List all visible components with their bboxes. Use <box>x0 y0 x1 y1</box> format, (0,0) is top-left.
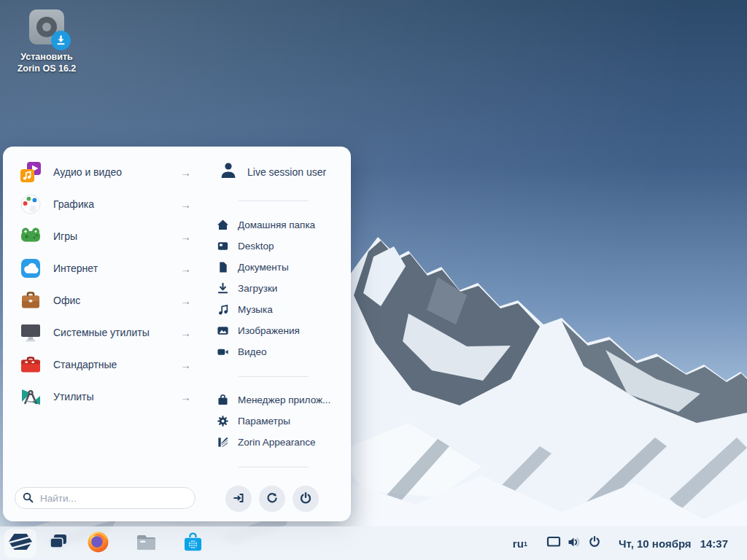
app-zorin-appearance[interactable]: Zorin Appearance <box>217 432 330 453</box>
settings-gear-icon <box>217 415 229 427</box>
software-store-icon <box>182 532 204 556</box>
place-music[interactable]: Музыка <box>217 299 315 320</box>
chevron-right-icon: → <box>180 327 191 339</box>
internet-icon <box>20 257 42 279</box>
place-downloads[interactable]: Загрузки <box>217 278 315 299</box>
chevron-right-icon: → <box>180 359 191 371</box>
chevron-right-icon: → <box>180 295 191 307</box>
category-label: Игры <box>53 230 77 242</box>
restart-button[interactable] <box>259 486 285 512</box>
install-zorin-launcher[interactable]: Установить Zorin OS 16.2 <box>10 7 83 74</box>
place-documents[interactable]: Документы <box>217 257 315 278</box>
place-label: Загрузки <box>238 283 277 294</box>
chevron-right-icon: → <box>180 230 191 243</box>
user-avatar-icon <box>219 161 238 183</box>
place-label: Документы <box>238 262 289 273</box>
search-input[interactable] <box>15 487 196 509</box>
files-icon <box>136 532 157 555</box>
restart-icon <box>266 491 279 507</box>
category-utilities[interactable]: Утилиты → <box>13 381 196 413</box>
app-label: Zorin Appearance <box>238 437 316 448</box>
window-switcher-button[interactable] <box>48 526 69 560</box>
clock-time: 14:37 <box>700 537 728 550</box>
place-label: Музыка <box>238 304 273 315</box>
apps-list: Менеджер прилож... <box>217 389 330 453</box>
power-status-button[interactable] <box>587 526 603 560</box>
category-label: Интернет <box>53 262 98 274</box>
place-label: Desktop <box>238 241 274 252</box>
category-label: Офис <box>53 295 80 306</box>
keyboard-layout-indicator[interactable]: ru1 <box>511 526 530 560</box>
divider <box>239 201 309 201</box>
music-icon <box>217 303 229 316</box>
place-desktop[interactable]: Desktop <box>217 236 315 257</box>
user-row[interactable]: Live session user <box>219 161 326 183</box>
documents-icon <box>217 261 229 273</box>
files-launcher[interactable] <box>135 526 157 560</box>
firefox-launcher[interactable] <box>86 526 109 560</box>
software-manager-icon <box>217 394 229 406</box>
graphics-icon <box>20 193 42 215</box>
window-switcher-icon <box>49 533 69 553</box>
divider <box>239 376 309 377</box>
keyboard-layout-code: ru <box>513 537 524 550</box>
category-label: Аудио и видео <box>53 166 122 178</box>
category-audio-video[interactable]: Аудио и видео → <box>13 156 196 188</box>
place-pictures[interactable]: Изображения <box>217 320 315 341</box>
category-system-utilities[interactable]: Системные утилиты → <box>13 316 196 349</box>
category-graphics[interactable]: Графика → <box>13 188 196 220</box>
utilities-icon <box>20 386 42 408</box>
category-label: Стандартные <box>53 359 117 370</box>
display-icon <box>546 535 561 552</box>
logout-button[interactable] <box>225 486 252 512</box>
firefox-icon <box>87 531 109 556</box>
places-list: Домашняя папка Desktop Документы <box>217 214 315 362</box>
software-store-launcher[interactable] <box>182 526 204 560</box>
office-icon <box>20 289 42 311</box>
chevron-right-icon: → <box>180 166 191 179</box>
place-label: Изображения <box>238 325 300 336</box>
zorin-appearance-icon <box>217 436 229 448</box>
install-launcher-label: Установить Zorin OS 16.2 <box>10 51 83 74</box>
taskbar: ru1 Чт, 10 ноября 14:37 <box>0 526 747 560</box>
volume-icon <box>567 535 581 552</box>
place-home[interactable]: Домашняя папка <box>217 214 315 236</box>
menu-right-column: Live session user Домашняя папка <box>213 147 348 521</box>
desktop-folder-icon <box>217 240 229 252</box>
app-settings[interactable]: Параметры <box>217 411 330 432</box>
category-games[interactable]: Игры → <box>13 220 196 252</box>
pictures-icon <box>217 324 229 337</box>
logout-icon <box>232 491 245 507</box>
audio-video-icon <box>20 161 42 183</box>
app-software-manager[interactable]: Менеджер прилож... <box>217 389 330 411</box>
app-label: Менеджер прилож... <box>238 394 330 405</box>
accessories-icon <box>20 354 42 376</box>
category-label: Системные утилиты <box>53 327 150 338</box>
category-accessories[interactable]: Стандартные → <box>13 349 196 381</box>
divider <box>239 467 309 467</box>
category-label: Утилиты <box>53 391 94 402</box>
category-internet[interactable]: Интернет → <box>13 252 196 284</box>
place-videos[interactable]: Видео <box>217 341 315 362</box>
power-icon <box>299 491 312 507</box>
category-office[interactable]: Офис → <box>13 284 196 316</box>
system-utilities-icon <box>20 322 42 343</box>
place-label: Видео <box>238 346 266 357</box>
chevron-right-icon: → <box>180 391 191 403</box>
zorin-menu-button[interactable] <box>4 529 36 558</box>
user-name: Live session user <box>247 166 326 178</box>
chevron-right-icon: → <box>180 262 191 275</box>
zorin-menu-icon <box>8 532 33 554</box>
clock[interactable]: Чт, 10 ноября 14:37 <box>619 526 728 560</box>
volume-status-button[interactable] <box>566 526 582 560</box>
session-buttons <box>225 486 319 512</box>
keyboard-layout-index: 1 <box>524 540 527 548</box>
category-label: Графика <box>53 198 94 210</box>
power-icon <box>588 535 601 551</box>
games-icon <box>20 225 42 247</box>
downloads-icon <box>217 282 229 295</box>
power-button[interactable] <box>293 486 319 512</box>
clock-date: Чт, 10 ноября <box>619 537 692 550</box>
display-status-button[interactable] <box>546 526 562 560</box>
home-icon <box>217 219 229 231</box>
